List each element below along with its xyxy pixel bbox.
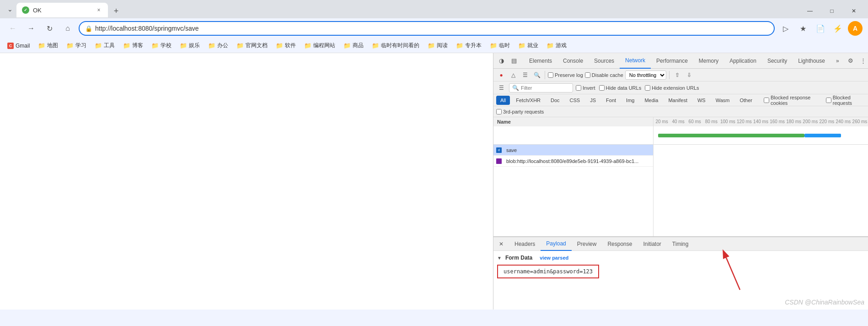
devtools-tab-memory[interactable]: Memory bbox=[693, 53, 724, 69]
filter-icon-button[interactable]: ☰ bbox=[496, 83, 506, 93]
detail-tab-response[interactable]: Response bbox=[602, 237, 638, 251]
hide-data-urls-input[interactable] bbox=[599, 85, 605, 91]
bookmark-temp[interactable]: 📁 临时 bbox=[486, 40, 514, 52]
new-tab-button[interactable]: + bbox=[110, 5, 123, 17]
devtools-tab-application[interactable]: Application bbox=[724, 53, 762, 69]
filter-css-button[interactable]: CSS bbox=[566, 96, 584, 105]
blocked-requests-checkbox[interactable]: Blocked requests bbox=[826, 95, 865, 106]
detail-tab-headers[interactable]: Headers bbox=[509, 237, 541, 251]
detail-tab-timing[interactable]: Timing bbox=[667, 237, 694, 251]
devtools-tab-security[interactable]: Security bbox=[762, 53, 793, 69]
profile-tab-button[interactable]: 📄 bbox=[813, 21, 828, 36]
third-party-input[interactable] bbox=[496, 109, 502, 114]
tl-label-80: 80 ms bbox=[703, 119, 719, 124]
bookmark-shopping[interactable]: 📁 商品 bbox=[340, 40, 367, 52]
throttle-select[interactable]: No throttling bbox=[625, 71, 666, 80]
filter-doc-button[interactable]: Doc bbox=[547, 96, 564, 105]
devtools-tab-elements[interactable]: Elements bbox=[524, 53, 557, 69]
preserve-log-input[interactable] bbox=[548, 72, 553, 78]
bookmark-tools[interactable]: 📁 工具 bbox=[91, 40, 118, 52]
bookmark-gmail[interactable]: C Gmail bbox=[4, 40, 33, 52]
search-button[interactable]: 🔍 bbox=[532, 70, 542, 80]
bookmark-software[interactable]: 📁 软件 bbox=[272, 40, 300, 52]
invert-checkbox[interactable]: Invert bbox=[576, 85, 595, 91]
reload-button[interactable]: ↻ bbox=[42, 21, 57, 36]
recent-tabs-button[interactable]: ⌄ bbox=[4, 3, 16, 16]
disable-cache-checkbox[interactable]: Disable cache bbox=[585, 72, 623, 78]
url-bar[interactable]: 🔒 http://localhost:8080/springmvc/save bbox=[79, 21, 775, 36]
preserve-log-checkbox[interactable]: Preserve log bbox=[548, 72, 583, 78]
extensions-button[interactable]: ⚡ bbox=[830, 21, 845, 36]
bookmark-study[interactable]: 📁 学习 bbox=[63, 40, 90, 52]
detail-tab-initiator[interactable]: Initiator bbox=[638, 237, 666, 251]
devtools-more-button[interactable]: ⋮ bbox=[857, 55, 868, 67]
blocked-response-input[interactable] bbox=[764, 98, 769, 103]
blocked-requests-input[interactable] bbox=[826, 98, 831, 103]
filter-img-button[interactable]: Img bbox=[622, 96, 638, 105]
devtools-tab-console[interactable]: Console bbox=[557, 53, 589, 69]
minimize-button[interactable]: — bbox=[799, 5, 820, 17]
devtools-tab-performance[interactable]: Performance bbox=[651, 53, 693, 69]
detail-close-button[interactable]: ✕ bbox=[493, 237, 509, 251]
export-button[interactable]: ⇩ bbox=[684, 70, 694, 80]
hide-data-urls-checkbox[interactable]: Hide data URLs bbox=[599, 85, 642, 91]
request-row-blob[interactable]: blob:http://localhost:8080/e89de5eb-9191… bbox=[493, 156, 653, 167]
tab-close-button[interactable]: × bbox=[95, 6, 102, 14]
tl-label-220: 220 ms bbox=[819, 119, 835, 124]
back-button[interactable]: ← bbox=[5, 21, 20, 36]
bookmark-map[interactable]: 📁 地图 bbox=[34, 40, 62, 52]
third-party-checkbox[interactable]: 3rd-party requests bbox=[496, 109, 544, 114]
profile-button[interactable]: A bbox=[848, 21, 863, 36]
cast-button[interactable]: ▷ bbox=[778, 21, 793, 36]
invert-input[interactable] bbox=[576, 85, 581, 91]
bookmark-upgrade[interactable]: 📁 专升本 bbox=[452, 40, 485, 52]
filter-wasm-button[interactable]: Wasm bbox=[712, 96, 734, 105]
tab-bar: ✓ OK × + — □ ✕ bbox=[16, 1, 864, 17]
bookmark-button[interactable]: ★ bbox=[796, 21, 810, 36]
active-tab[interactable]: ✓ OK × bbox=[16, 3, 108, 17]
filter-toggle-button[interactable]: ☰ bbox=[520, 70, 530, 80]
import-button[interactable]: ⇧ bbox=[672, 70, 682, 80]
devtools-tab-more[interactable]: » bbox=[830, 53, 845, 69]
filter-font-button[interactable]: Font bbox=[602, 96, 620, 105]
bookmark-office[interactable]: 📁 办公 bbox=[204, 40, 232, 52]
view-parsed-link[interactable]: view parsed bbox=[540, 255, 568, 261]
devtools-tab-lighthouse[interactable]: Lighthouse bbox=[793, 53, 830, 69]
devtools-inspect-button[interactable]: ◑ bbox=[495, 55, 507, 67]
detail-tab-payload[interactable]: Payload bbox=[541, 237, 571, 251]
filter-other-button[interactable]: Other bbox=[735, 96, 756, 105]
devtools-tab-network[interactable]: Network bbox=[620, 53, 651, 69]
filter-all-button[interactable]: All bbox=[496, 96, 510, 105]
request-row-save[interactable]: d save bbox=[493, 145, 653, 156]
bookmark-school[interactable]: 📁 学校 bbox=[148, 40, 175, 52]
detail-tab-preview[interactable]: Preview bbox=[572, 237, 602, 251]
devtools-console-button[interactable]: ▤ bbox=[508, 55, 520, 67]
disable-cache-input[interactable] bbox=[585, 72, 590, 78]
timeline-bar-blue bbox=[804, 134, 841, 137]
bookmark-coding[interactable]: 📁 编程网站 bbox=[300, 40, 339, 52]
devtools-tab-sources[interactable]: Sources bbox=[589, 53, 620, 69]
bookmark-game[interactable]: 📁 游戏 bbox=[543, 40, 570, 52]
close-button[interactable]: ✕ bbox=[843, 5, 864, 17]
filter-input[interactable] bbox=[521, 85, 570, 91]
filter-ws-button[interactable]: WS bbox=[693, 96, 710, 105]
filter-fetchxhr-button[interactable]: Fetch/XHR bbox=[512, 96, 545, 105]
record-button[interactable]: ● bbox=[496, 70, 506, 80]
bookmark-job[interactable]: 📁 就业 bbox=[514, 40, 542, 52]
bookmark-later[interactable]: 📁 临时有时间看的 bbox=[368, 40, 423, 52]
devtools-settings-button[interactable]: ⚙ bbox=[845, 55, 857, 67]
maximize-button[interactable]: □ bbox=[821, 5, 842, 17]
filter-js-button[interactable]: JS bbox=[586, 96, 600, 105]
clear-button[interactable]: △ bbox=[508, 70, 518, 80]
filter-manifest-button[interactable]: Manifest bbox=[664, 96, 691, 105]
bookmark-docs[interactable]: 📁 官网文档 bbox=[233, 40, 271, 52]
hide-extension-urls-input[interactable] bbox=[645, 85, 650, 91]
bookmark-entertainment[interactable]: 📁 娱乐 bbox=[176, 40, 204, 52]
forward-button[interactable]: → bbox=[24, 21, 38, 36]
hide-extension-urls-checkbox[interactable]: Hide extension URLs bbox=[645, 85, 699, 91]
bookmark-blog[interactable]: 📁 博客 bbox=[119, 40, 147, 52]
bookmark-reading[interactable]: 📁 阅读 bbox=[424, 40, 451, 52]
filter-media-button[interactable]: Media bbox=[640, 96, 662, 105]
home-button[interactable]: ⌂ bbox=[60, 21, 75, 36]
blocked-response-checkbox[interactable]: Blocked response cookies bbox=[764, 95, 820, 106]
